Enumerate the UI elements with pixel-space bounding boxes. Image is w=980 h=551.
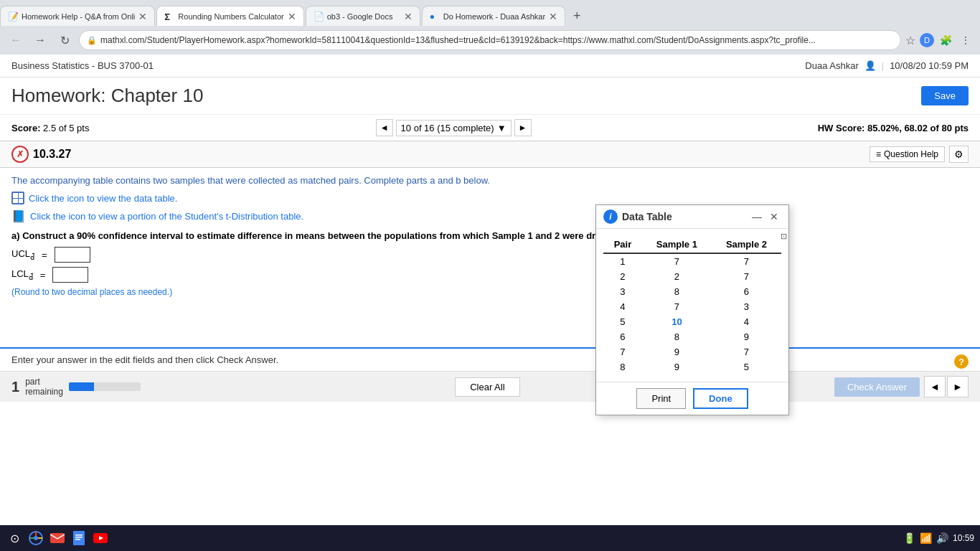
question-help-button[interactable]: ≡ Question Help <box>870 146 945 162</box>
prev-answer-button[interactable]: ◄ <box>924 376 946 397</box>
bottom-instruction: Enter your answer in the edit fields and… <box>0 347 980 371</box>
hw-score-value: 85.02%, 68.02 of 80 pts <box>867 123 969 133</box>
tab-title-4: Do Homework - Duaa Ashkar <box>443 12 545 21</box>
save-button[interactable]: Save <box>921 86 969 105</box>
lcl-input[interactable] <box>52 267 88 283</box>
question-selector-label: 10 of 16 (15 complete) <box>401 123 494 133</box>
clear-all-button[interactable]: Clear All <box>455 377 519 397</box>
tab-icon-1: 📝 <box>8 11 18 22</box>
popup-body: ⊡ Pair Sample 1 Sample 2 177227386473510… <box>596 229 788 382</box>
print-button[interactable]: Print <box>636 388 686 402</box>
next-answer-button[interactable]: ► <box>947 376 969 397</box>
back-button[interactable]: ← <box>6 30 26 50</box>
page-title: Homework: Chapter 10 <box>11 85 203 107</box>
progress-bar-fill <box>69 382 94 391</box>
lcl-subscript: d̄ <box>29 273 33 281</box>
table-row: 689 <box>603 329 781 344</box>
settings-button[interactable]: ⚙ <box>949 146 969 163</box>
prev-question-button[interactable]: ◄ <box>376 119 393 136</box>
done-button[interactable]: Done <box>693 388 748 402</box>
question-number: 10.3.27 <box>33 148 71 161</box>
reload-button[interactable]: ↻ <box>55 30 75 50</box>
table-scroll-icon[interactable]: ⊡ <box>781 232 787 241</box>
tab-do-homework[interactable]: ● Do Homework - Duaa Ashkar ✕ <box>422 6 565 26</box>
help-icon: ≡ <box>876 149 881 159</box>
help-question-mark[interactable]: ? <box>954 354 969 369</box>
hw-score-label: HW Score: <box>818 123 865 133</box>
tab-title-2: Rounding Numbers Calculator <box>178 12 283 21</box>
question-selector[interactable]: 10 of 16 (15 complete) ▼ <box>396 120 512 136</box>
table-row: 895 <box>603 359 781 375</box>
parts-remaining: 1 part remaining <box>11 377 141 397</box>
part-label-2: remaining <box>25 387 63 397</box>
data-table: Pair Sample 1 Sample 2 17722738647351046… <box>603 236 781 375</box>
table-row: 5104 <box>603 314 781 329</box>
instruction-text: The accompanying table contains two samp… <box>11 175 969 186</box>
datetime: 10/08/20 10:59 PM <box>890 60 969 71</box>
bookmark-icon[interactable]: ☆ <box>905 34 915 47</box>
popup-title-area: i Data Table <box>603 209 672 224</box>
extension-icon-1[interactable]: 🧩 <box>937 32 954 49</box>
t-dist-link[interactable]: Click the icon to view a portion of the … <box>30 211 303 222</box>
next-question-button[interactable]: ► <box>514 119 532 136</box>
forward-button[interactable]: → <box>30 30 50 50</box>
tab-close-3[interactable]: ✕ <box>404 11 413 22</box>
ucl-input[interactable] <box>55 247 90 263</box>
tab-close-4[interactable]: ✕ <box>549 11 557 22</box>
score-row: Score: 2.5 of 5 pts ◄ 10 of 16 (15 compl… <box>0 115 980 141</box>
new-tab-button[interactable]: + <box>567 6 587 26</box>
address-bar: ← → ↻ 🔒 mathxl.com/Student/PlayerHomewor… <box>0 26 980 55</box>
page-header: Homework: Chapter 10 Save <box>0 77 980 115</box>
table-row: 227 <box>603 269 781 284</box>
table-row: 386 <box>603 284 781 299</box>
tab-icon-3: 📄 <box>314 11 324 22</box>
more-menu-icon[interactable]: ⋮ <box>957 32 974 49</box>
table-header-row: Pair Sample 1 Sample 2 <box>603 236 781 253</box>
profile-icon[interactable]: D <box>920 33 934 47</box>
tab-close-1[interactable]: ✕ <box>138 11 147 22</box>
part-label-1: part <box>25 377 63 387</box>
question-body: The accompanying table contains two samp… <box>0 168 980 304</box>
popup-controls: — ✕ <box>750 209 781 224</box>
browser-chrome: 📝 Homework Help - Q&A from Onli ✕ Σ Roun… <box>0 0 980 55</box>
parts-remaining-num: 1 <box>11 379 19 395</box>
popup-title-bar: i Data Table — ✕ <box>596 205 788 229</box>
part-a-label: a) Construct a 90% confidence interval t… <box>11 230 969 241</box>
app-title: Business Statistics - BUS 3700-01 <box>11 60 154 71</box>
tab-icon-4: ● <box>430 11 440 22</box>
data-table-icon[interactable] <box>11 192 24 204</box>
popup-footer: Print Done <box>596 382 788 402</box>
ucl-equals: = <box>42 250 47 260</box>
bottom-instruction-text: Enter your answer in the edit fields and… <box>11 354 278 365</box>
tab-homework-help[interactable]: 📝 Homework Help - Q&A from Onli ✕ <box>0 6 155 26</box>
score-label: Score: <box>11 123 40 133</box>
tab-close-2[interactable]: ✕ <box>288 11 296 22</box>
url-bar[interactable]: 🔒 mathxl.com/Student/PlayerHomework.aspx… <box>79 30 901 50</box>
t-dist-icon[interactable]: 📘 <box>11 209 26 223</box>
table-row: 797 <box>603 344 781 359</box>
dt-cell-1 <box>13 193 18 198</box>
table-row: 177 <box>603 253 781 269</box>
tab-bar: 📝 Homework Help - Q&A from Onli ✕ Σ Roun… <box>0 0 980 26</box>
question-icon: ✗ <box>11 146 29 163</box>
ucl-row: UCLd̄ = <box>11 247 969 263</box>
data-table-link[interactable]: Click the icon to view the data table. <box>29 193 177 204</box>
check-answer-bar: 1 part remaining Clear All Check Answer … <box>0 371 980 402</box>
check-answer-button[interactable]: Check Answer <box>834 377 920 397</box>
lock-icon: 🔒 <box>87 36 97 45</box>
round-note[interactable]: (Round to two decimal places as needed.) <box>11 287 969 297</box>
question-header: ✗ 10.3.27 ≡ Question Help ⚙ <box>0 141 980 168</box>
info-icon: i <box>603 209 618 224</box>
ucl-subscript: d̄ <box>30 253 34 261</box>
popup-close-button[interactable]: ✕ <box>767 209 781 224</box>
popup-minimize-button[interactable]: — <box>750 209 764 224</box>
hw-score-info: HW Score: 85.02%, 68.02 of 80 pts <box>818 123 969 133</box>
score-value: 2.5 of 5 pts <box>43 123 89 133</box>
table-row: 473 <box>603 299 781 314</box>
tab-google-docs[interactable]: 📄 ob3 - Google Docs ✕ <box>306 6 420 26</box>
tab-rounding-calculator[interactable]: Σ Rounding Numbers Calculator ✕ <box>156 6 303 26</box>
col-sample1: Sample 1 <box>642 236 712 253</box>
part-a-bold: a) Construct a 90% confidence interval t… <box>11 230 616 241</box>
chevron-down-icon: ▼ <box>497 123 507 133</box>
lcl-label: LCLd̄ <box>11 268 33 281</box>
